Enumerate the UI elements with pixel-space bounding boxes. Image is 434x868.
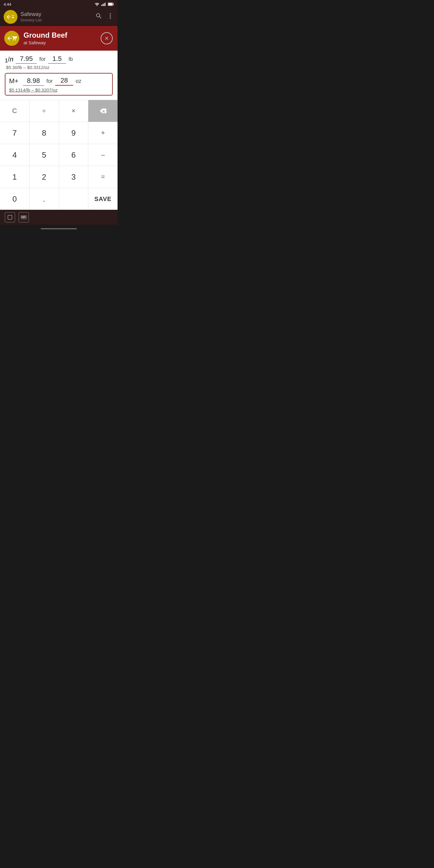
key-save[interactable]: SAVE — [88, 188, 118, 210]
modal-overlay: Ground Beef at Safeway 1 / n for lb $5.3… — [0, 26, 118, 210]
svg-rect-19 — [25, 217, 26, 218]
svg-rect-14 — [23, 216, 23, 217]
svg-rect-18 — [23, 217, 24, 218]
key-add[interactable]: + — [88, 122, 118, 144]
modal-title-group: Ground Beef at Safeway — [24, 31, 96, 45]
key-backspace[interactable] — [88, 100, 118, 122]
key-1[interactable]: 1 — [0, 166, 30, 188]
item1-row: 1 / n for lb — [5, 55, 113, 64]
svg-rect-7 — [108, 3, 113, 5]
item2-price-input[interactable] — [23, 77, 44, 86]
key-7[interactable]: 7 — [0, 122, 30, 144]
status-icons — [95, 2, 114, 6]
item-store: at Safeway — [24, 40, 96, 46]
key-divide[interactable]: ÷ — [30, 100, 59, 122]
keypad-row-3: 4 5 6 – — [0, 144, 118, 166]
status-bar: 4:44 — [0, 0, 118, 8]
item1-qty-input[interactable] — [48, 55, 66, 64]
key-6[interactable]: 6 — [59, 144, 89, 166]
keypad-row-4: 1 2 3 = — [0, 166, 118, 188]
checkbox-icon[interactable] — [5, 212, 15, 222]
home-indicator — [0, 225, 118, 233]
bottom-bar — [0, 210, 118, 225]
item1-fraction-label: 1 / n — [5, 56, 13, 63]
svg-rect-17 — [22, 217, 22, 218]
home-bar — [41, 228, 77, 229]
store-name: Safeway — [21, 11, 92, 18]
item2-row: M+ for oz — [9, 76, 108, 86]
svg-rect-16 — [25, 216, 26, 217]
key-0[interactable]: 0 — [0, 188, 30, 210]
keypad-row-5: 0 . SAVE — [0, 188, 118, 210]
keypad-row-1: C ÷ × — [0, 100, 118, 122]
wifi-icon — [95, 2, 99, 6]
svg-point-8 — [110, 13, 111, 14]
keyboard-icon[interactable] — [19, 212, 29, 222]
item2-unit-label: oz — [76, 78, 82, 84]
item1-unit-rate: $5.30/lb – $0.3312/oz — [5, 65, 113, 70]
key-clear[interactable]: C — [0, 100, 30, 122]
signal-icon — [101, 2, 106, 6]
toolbar-back-button[interactable] — [4, 10, 18, 24]
key-equals[interactable]: = — [88, 166, 118, 188]
svg-point-0 — [97, 5, 97, 6]
svg-rect-2 — [102, 4, 103, 6]
modal-header: Ground Beef at Safeway — [0, 26, 118, 51]
keypad-row-2: 7 8 9 + — [0, 122, 118, 144]
item1-for-label: for — [39, 56, 45, 62]
item2-qty-input[interactable] — [55, 76, 73, 86]
key-2[interactable]: 2 — [30, 166, 59, 188]
item2-active-container: M+ for oz $5.1314/lb – $0.3207/oz — [5, 73, 113, 96]
time-display: 4:44 — [4, 2, 11, 7]
list-name: Grocery List — [21, 18, 92, 23]
search-icon[interactable] — [95, 12, 102, 22]
key-8[interactable]: 8 — [30, 122, 59, 144]
item2-unit-rate: $5.1314/lb – $0.3207/oz — [9, 87, 108, 93]
key-empty — [59, 188, 89, 210]
svg-point-10 — [110, 18, 111, 19]
svg-rect-1 — [101, 5, 102, 6]
key-4[interactable]: 4 — [0, 144, 30, 166]
item1-unit-label: lb — [68, 56, 73, 62]
key-decimal[interactable]: . — [30, 188, 59, 210]
toolbar-titles: Safeway Grocery List — [21, 11, 92, 22]
status-time: 4:44 — [4, 2, 11, 7]
price-area: 1 / n for lb $5.30/lb – $0.3312/oz M+ fo… — [0, 51, 118, 98]
battery-icon — [108, 2, 114, 6]
item2-for-label: for — [46, 78, 53, 84]
modal-close-button[interactable] — [101, 32, 113, 44]
more-options-icon[interactable] — [107, 12, 114, 22]
svg-rect-11 — [8, 215, 12, 219]
svg-rect-3 — [104, 3, 104, 6]
key-multiply[interactable]: × — [59, 100, 89, 122]
item1-price-input[interactable] — [16, 55, 37, 64]
item-name: Ground Beef — [24, 31, 96, 40]
key-5[interactable]: 5 — [30, 144, 59, 166]
item2-mplus-label: M+ — [9, 77, 21, 85]
svg-point-9 — [110, 16, 111, 17]
key-3[interactable]: 3 — [59, 166, 89, 188]
svg-rect-6 — [113, 4, 114, 5]
key-subtract[interactable]: – — [88, 144, 118, 166]
key-9[interactable]: 9 — [59, 122, 89, 144]
app-toolbar: Safeway Grocery List — [0, 8, 118, 25]
svg-rect-13 — [22, 216, 22, 217]
keypad: C ÷ × 7 8 9 + 4 5 6 – 1 2 3 — [0, 98, 118, 210]
modal-back-button[interactable] — [4, 31, 19, 46]
toolbar-actions — [95, 12, 114, 22]
svg-rect-15 — [24, 216, 24, 217]
svg-rect-4 — [105, 3, 105, 6]
